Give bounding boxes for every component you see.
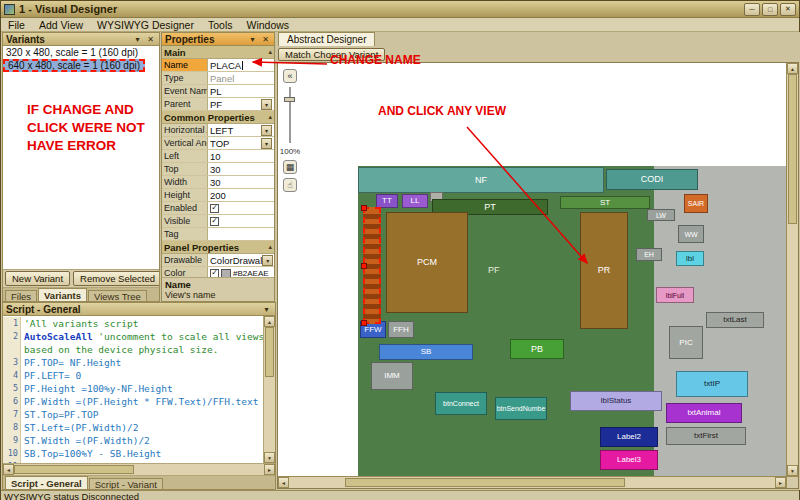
property-value-height[interactable]: 200 <box>208 189 274 201</box>
new-variant-button[interactable]: New Variant <box>5 271 70 286</box>
view-CODI[interactable]: CODI <box>606 169 698 190</box>
property-value-horizontal-a[interactable]: LEFT▾ <box>208 124 274 136</box>
selected-view-placa[interactable] <box>363 207 381 324</box>
scroll-down-icon[interactable]: ▼ <box>264 452 275 463</box>
section-header-main[interactable]: Main▴ <box>162 46 274 59</box>
menu-add-view[interactable]: Add View <box>32 18 90 31</box>
collapse-icon[interactable]: ▴ <box>268 48 272 56</box>
scrollbar-track[interactable] <box>787 224 798 465</box>
dropdown-icon[interactable]: ▾ <box>261 99 272 110</box>
scrollbar-track[interactable] <box>264 377 275 452</box>
view-NF[interactable]: NF <box>358 167 604 193</box>
scroll-up-icon[interactable]: ▲ <box>787 63 798 74</box>
view-txtIP[interactable]: txtIP <box>676 371 748 397</box>
script-vertical-scrollbar[interactable]: ▲ ▼ <box>263 316 275 463</box>
scroll-left-icon[interactable]: ◄ <box>3 464 14 475</box>
property-value-color[interactable]: ✓#B2AEAE <box>208 267 274 277</box>
view-btnSendNumbe[interactable]: btnSendNumbe <box>495 397 547 420</box>
tab-script-general[interactable]: Script - General <box>5 476 88 489</box>
collapse-panel-icon[interactable]: « <box>283 69 297 83</box>
menu-windows[interactable]: Windows <box>239 18 296 31</box>
view-ST[interactable]: ST <box>560 196 650 209</box>
view-btnConnect[interactable]: btnConnect <box>435 392 487 415</box>
section-header-panel-properties[interactable]: Panel Properties▴ <box>162 241 274 254</box>
view-lbl[interactable]: lbl <box>676 251 704 266</box>
checkbox[interactable]: ✓ <box>210 269 219 278</box>
tab-abstract-designer[interactable]: Abstract Designer <box>278 32 375 46</box>
view-txtLast[interactable]: txtLast <box>706 312 764 328</box>
view-Label3[interactable]: Label3 <box>600 450 658 470</box>
view-IMM[interactable]: IMM <box>371 362 413 390</box>
property-value-parent[interactable]: PF▾ <box>208 98 274 110</box>
scrollbar-thumb[interactable] <box>788 74 797 224</box>
zoom-slider[interactable] <box>283 87 297 143</box>
view-PB[interactable]: PB <box>510 339 564 359</box>
title-bar[interactable]: 1 - Visual Designer ─ □ ✕ <box>1 1 799 18</box>
section-header-common-properties[interactable]: Common Properties▴ <box>162 111 274 124</box>
view-LW[interactable]: LW <box>647 209 675 221</box>
view-txtFirst[interactable]: txtFirst <box>666 427 746 445</box>
scroll-down-icon[interactable]: ▼ <box>787 465 798 476</box>
panel-close-icon[interactable]: ✕ <box>145 34 156 45</box>
zoom-slider-handle[interactable] <box>284 97 295 102</box>
script-horizontal-scrollbar[interactable]: ◄ ► <box>3 463 275 475</box>
scrollbar-thumb[interactable] <box>265 327 274 377</box>
scrollbar-thumb[interactable] <box>14 465 134 474</box>
property-value-type[interactable]: Panel <box>208 72 274 84</box>
variant-item[interactable]: 640 x 480, scale = 1 (160 dpi) <box>3 59 145 72</box>
view-WW[interactable]: WW <box>678 225 704 243</box>
scrollbar-track[interactable] <box>134 464 264 475</box>
view-PIC[interactable]: PIC <box>669 326 703 359</box>
canvas-vertical-scrollbar[interactable]: ▲ ▼ <box>786 63 798 476</box>
tab-variants[interactable]: Variants <box>38 288 87 301</box>
property-value-enabled[interactable]: ✓ <box>208 202 274 214</box>
view-lblFull[interactable]: lblFull <box>656 287 694 303</box>
property-value-drawable[interactable]: ColorDrawal▾ <box>208 254 274 266</box>
property-value-vertical-anc[interactable]: TOP▾ <box>208 137 274 149</box>
hand-tool-icon[interactable]: ☝ <box>283 178 297 192</box>
remove-selected-button[interactable]: Remove Selected <box>73 271 160 286</box>
collapse-icon[interactable]: ▴ <box>268 113 272 121</box>
tab-views-tree[interactable]: Views Tree <box>88 290 147 301</box>
menu-file[interactable]: File <box>1 18 32 31</box>
minimize-button[interactable]: ─ <box>744 3 760 16</box>
property-value-tag[interactable] <box>208 228 274 240</box>
view-Label2[interactable]: Label2 <box>600 427 658 447</box>
close-button[interactable]: ✕ <box>780 3 796 16</box>
view-txtAnimal[interactable]: txtAnimal <box>666 403 742 423</box>
property-value-name[interactable]: PLACA <box>208 59 274 71</box>
property-value-top[interactable]: 30 <box>208 163 274 175</box>
scroll-right-icon[interactable]: ► <box>264 464 275 475</box>
checkbox[interactable]: ✓ <box>210 204 219 213</box>
dropdown-icon[interactable]: ▾ <box>261 125 272 136</box>
view-lblStatus[interactable]: lblStatus <box>570 391 662 411</box>
canvas-horizontal-scrollbar[interactable]: ◄ ► <box>278 476 786 488</box>
view-SAIR[interactable]: SAIR <box>684 194 708 213</box>
maximize-button[interactable]: □ <box>762 3 778 16</box>
dropdown-icon[interactable]: ▾ <box>261 138 272 149</box>
tab-script-variant[interactable]: Script - Variant <box>89 478 163 489</box>
property-value-event-name[interactable]: PL <box>208 85 274 97</box>
color-swatch[interactable] <box>221 269 231 278</box>
view-LL[interactable]: LL <box>402 194 428 208</box>
script-panel-header[interactable]: Script - General ▾ <box>3 303 275 316</box>
designer-canvas[interactable]: PFNFCODITTLLPTSTSAIRLWWWEHlblPCMPRlblFul… <box>277 62 799 489</box>
selection-handle[interactable] <box>361 263 367 269</box>
view-TT[interactable]: TT <box>376 194 398 208</box>
scrollbar-track[interactable] <box>625 477 775 488</box>
properties-panel-header[interactable]: Properties ▾ ✕ <box>162 33 274 46</box>
panel-close-icon[interactable]: ✕ <box>260 34 271 45</box>
view-FFH[interactable]: FFH <box>388 321 414 338</box>
menu-tools[interactable]: Tools <box>201 18 240 31</box>
view-PCM[interactable]: PCM <box>386 212 468 313</box>
tab-files[interactable]: Files <box>5 290 37 301</box>
property-value-left[interactable]: 10 <box>208 150 274 162</box>
selection-handle[interactable] <box>361 320 367 326</box>
view-EH[interactable]: EH <box>636 248 662 261</box>
grid-icon[interactable]: ▦ <box>283 160 297 174</box>
scrollbar-thumb[interactable] <box>345 478 625 487</box>
variant-item[interactable]: 320 x 480, scale = 1 (160 dpi) <box>3 46 159 59</box>
panel-pin-icon[interactable]: ▾ <box>132 34 143 45</box>
collapse-icon[interactable]: ▴ <box>268 243 272 251</box>
property-value-width[interactable]: 30 <box>208 176 274 188</box>
